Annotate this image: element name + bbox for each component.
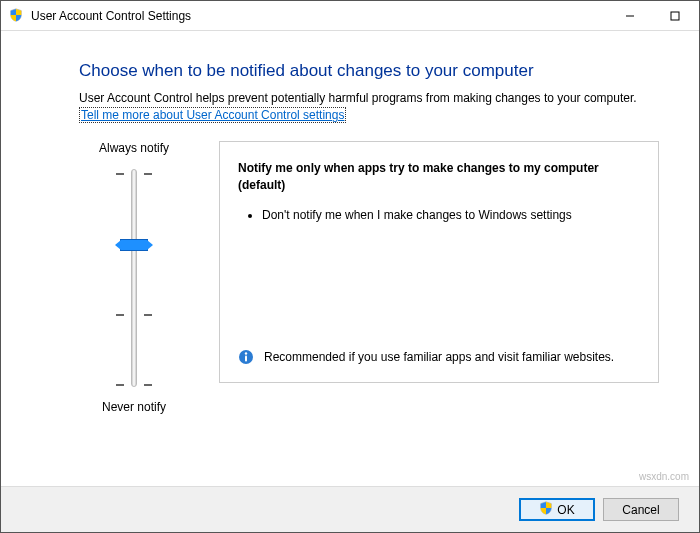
ok-button-label: OK: [557, 503, 574, 517]
window-title: User Account Control Settings: [31, 9, 607, 23]
uac-shield-icon: [9, 8, 25, 24]
notification-slider[interactable]: [110, 165, 158, 390]
svg-rect-1: [671, 12, 679, 20]
slider-tick: [144, 173, 152, 175]
uac-shield-icon: [539, 501, 553, 518]
slider-track: [131, 169, 137, 387]
slider-tick: [144, 384, 152, 386]
slider-tick: [116, 384, 124, 386]
recommendation-text: Recommended if you use familiar apps and…: [264, 349, 614, 366]
content-area: Choose when to be notified about changes…: [1, 31, 699, 414]
slider-tick: [144, 314, 152, 316]
maximize-button[interactable]: [652, 2, 697, 30]
slider-tick: [116, 173, 124, 175]
ok-button[interactable]: OK: [519, 498, 595, 521]
learn-more-link[interactable]: Tell me more about User Account Control …: [79, 107, 346, 123]
slider-tick: [116, 314, 124, 316]
svg-rect-6: [245, 356, 247, 362]
cancel-button[interactable]: Cancel: [603, 498, 679, 521]
minimize-button[interactable]: [607, 2, 652, 30]
page-heading: Choose when to be notified about changes…: [79, 61, 659, 81]
level-bullet: Don't notify me when I make changes to W…: [262, 206, 640, 224]
watermark: wsxdn.com: [639, 471, 689, 482]
slider-bottom-label: Never notify: [102, 400, 166, 414]
level-description-panel: Notify me only when apps try to make cha…: [219, 141, 659, 383]
svg-point-5: [245, 353, 247, 355]
info-icon: [238, 349, 254, 365]
cancel-button-label: Cancel: [622, 503, 659, 517]
slider-top-label: Always notify: [99, 141, 169, 155]
slider-thumb[interactable]: [120, 239, 148, 251]
level-title: Notify me only when apps try to make cha…: [238, 160, 640, 194]
title-bar: User Account Control Settings: [1, 1, 699, 31]
page-description: User Account Control helps prevent poten…: [79, 91, 659, 105]
dialog-footer: OK Cancel: [1, 486, 699, 532]
